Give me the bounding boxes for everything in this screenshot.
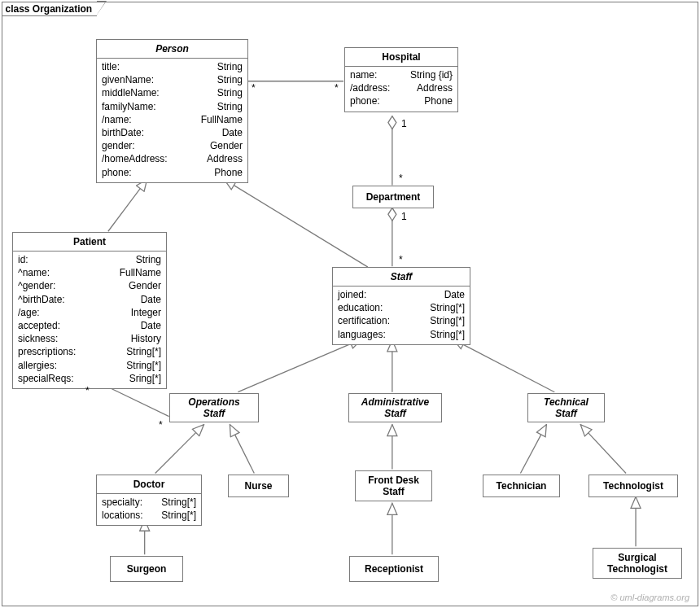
- frame-label: class Organization: [2, 2, 98, 16]
- copyright-text: © uml-diagrams.org: [610, 593, 689, 602]
- svg-line-11: [520, 425, 546, 474]
- class-title: Staff: [333, 268, 470, 287]
- multiplicity: *: [85, 385, 90, 396]
- class-attrs: name:String {id} /address:Address phone:…: [345, 67, 457, 112]
- multiplicity: *: [252, 82, 256, 94]
- class-surgical-technologist: Surgical Technologist: [593, 548, 682, 579]
- multiplicity: *: [159, 419, 163, 431]
- svg-line-5: [238, 339, 361, 392]
- class-title: Surgical Technologist: [593, 549, 681, 578]
- class-title: Front Desk Staff: [356, 471, 431, 501]
- class-staff: Staff joined:Date education:String[*] ce…: [332, 267, 470, 345]
- class-title: Technologist: [589, 475, 677, 496]
- svg-line-7: [453, 339, 555, 392]
- class-technologist: Technologist: [588, 475, 678, 497]
- multiplicity: *: [399, 254, 403, 265]
- class-receptionist: Receptionist: [349, 556, 439, 582]
- class-attrs: title:String givenName:String middleName…: [97, 59, 247, 182]
- class-title: Patient: [13, 233, 166, 252]
- class-title: Administrative Staff: [349, 394, 441, 422]
- class-person: Person title:String givenName:String mid…: [96, 39, 248, 183]
- class-title: Technical Staff: [528, 394, 604, 422]
- class-attrs: specialty:String[*] locations:String[*]: [97, 494, 201, 525]
- class-technician: Technician: [483, 475, 560, 497]
- class-administrative-staff: Administrative Staff: [348, 393, 442, 422]
- multiplicity: 1: [401, 211, 407, 222]
- class-title: Person: [97, 40, 247, 59]
- class-attrs: joined:Date education:String[*] certific…: [333, 287, 470, 344]
- svg-line-8: [155, 425, 204, 474]
- class-operations-staff: Operations Staff: [169, 393, 259, 422]
- svg-line-9: [230, 425, 254, 474]
- class-nurse: Nurse: [228, 475, 289, 497]
- class-patient: Patient id:String ^name:FullName ^gender…: [12, 232, 167, 389]
- diagram-frame: class Organization: [2, 2, 698, 606]
- class-attrs: id:String ^name:FullName ^gender:Gender …: [13, 252, 166, 388]
- multiplicity: 1: [401, 118, 407, 129]
- class-doctor: Doctor specialty:String[*] locations:Str…: [96, 475, 202, 526]
- class-surgeon: Surgeon: [110, 556, 183, 582]
- svg-line-3: [108, 179, 147, 231]
- multiplicity: *: [335, 82, 339, 94]
- class-technical-staff: Technical Staff: [527, 393, 605, 422]
- class-title: Operations Staff: [170, 394, 258, 422]
- class-title: Hospital: [345, 48, 457, 67]
- multiplicity: *: [399, 173, 403, 184]
- class-title: Receptionist: [350, 557, 438, 581]
- class-department: Department: [352, 186, 434, 208]
- svg-line-4: [224, 179, 368, 267]
- class-title: Nurse: [229, 475, 288, 496]
- class-title: Surgeon: [111, 557, 182, 581]
- svg-line-12: [580, 425, 626, 474]
- class-title: Technician: [483, 475, 559, 496]
- class-front-desk-staff: Front Desk Staff: [355, 470, 432, 501]
- class-title: Doctor: [97, 475, 201, 494]
- class-hospital: Hospital name:String {id} /address:Addre…: [344, 47, 458, 112]
- class-title: Department: [353, 186, 433, 208]
